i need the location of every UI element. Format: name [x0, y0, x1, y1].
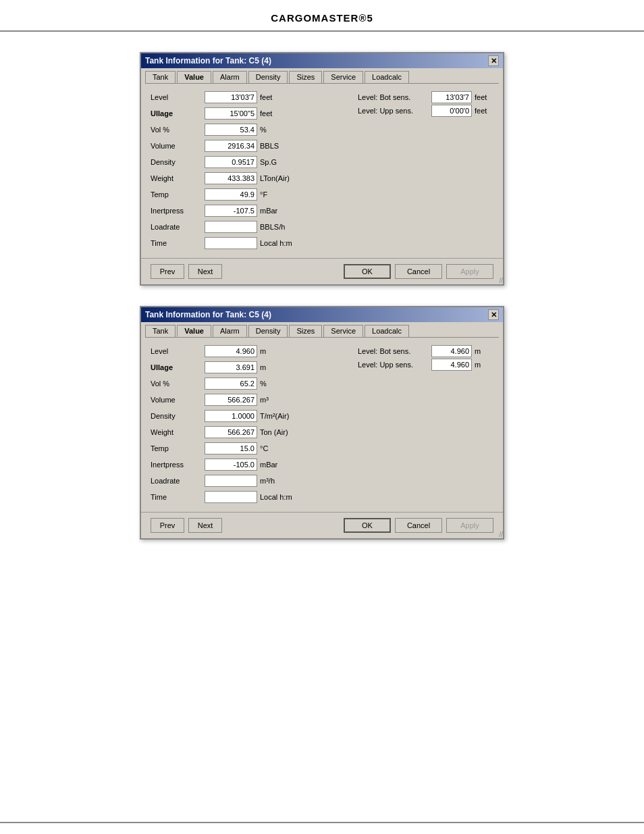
tab2-tank[interactable]: Tank	[145, 325, 176, 337]
d2-loadrate-label: Loadrate	[151, 477, 205, 485]
d1-ullage-input[interactable]	[205, 107, 257, 120]
d2-loadrate-input[interactable]	[205, 475, 257, 487]
dialog1-prev-button[interactable]: Prev	[151, 264, 184, 279]
d1-botlevel-input[interactable]	[431, 91, 472, 103]
d2-weight-label: Weight	[151, 428, 205, 436]
d2-density-label: Density	[151, 412, 205, 420]
d2-inertpress-unit: mBar	[260, 461, 307, 469]
tab1-alarm[interactable]: Alarm	[213, 71, 247, 83]
d2-volume-input[interactable]	[205, 394, 257, 406]
d1-volume-input[interactable]	[205, 140, 257, 152]
dialog1-titlebar: Tank Information for Tank: C5 (4) ✕	[141, 53, 503, 68]
d2-temp-input[interactable]	[205, 442, 257, 454]
dialog2-tabs: Tank Value Alarm Density Sizes Service L…	[141, 322, 503, 337]
tab2-alarm[interactable]: Alarm	[213, 325, 247, 337]
dialog1-title: Tank Information for Tank: C5 (4)	[145, 56, 271, 66]
d2-volpct-input[interactable]	[205, 377, 257, 390]
d2-inertpress-label: Inertpress	[151, 461, 205, 469]
d1-time-unit: Local h:m	[260, 239, 307, 247]
d2-time-label: Time	[151, 493, 205, 501]
dialog1-apply-button[interactable]: Apply	[446, 264, 493, 279]
d1-level-label: Level	[151, 93, 205, 101]
resize-handle-1[interactable]: //	[499, 278, 503, 284]
dialog2-prev-button[interactable]: Prev	[151, 518, 184, 533]
tab1-loadcalc[interactable]: Loadcalc	[365, 71, 409, 83]
d2-level-label: Level	[151, 347, 205, 355]
d2-upplevel-input[interactable]	[431, 359, 472, 371]
d1-time-label: Time	[151, 239, 205, 247]
d2-botlevel-input[interactable]	[431, 345, 472, 357]
d1-temp-unit: °F	[260, 190, 307, 199]
dialog1-content: Level feet Ullage feet Vol %	[141, 84, 503, 258]
dialog2-content: Level m Ullage m Vol %	[141, 338, 503, 512]
d2-weight-unit: Ton (Air)	[260, 428, 307, 436]
d2-density-unit: T/m²(Air)	[260, 412, 307, 420]
d1-weight-unit: LTon(Air)	[260, 174, 307, 182]
d1-inertpress-input[interactable]	[205, 205, 257, 217]
dialog1-close-button[interactable]: ✕	[488, 55, 499, 66]
d2-temp-label: Temp	[151, 444, 205, 452]
d2-ullage-input[interactable]	[205, 361, 257, 373]
tab2-loadcalc[interactable]: Loadcalc	[365, 325, 409, 337]
d1-inertpress-unit: mBar	[260, 207, 307, 215]
d2-temp-unit: °C	[260, 444, 307, 452]
dialog2-title: Tank Information for Tank: C5 (4)	[145, 310, 271, 319]
dialog2: Tank Information for Tank: C5 (4) ✕ Tank…	[140, 306, 504, 540]
d2-volpct-label: Vol %	[151, 380, 205, 388]
dialog2-next-button[interactable]: Next	[188, 518, 222, 533]
tab2-service[interactable]: Service	[323, 325, 363, 337]
d2-weight-input[interactable]	[205, 426, 257, 438]
d1-inertpress-label: Inertpress	[151, 207, 205, 215]
d2-loadrate-unit: m³/h	[260, 477, 307, 485]
dialog2-ok-button[interactable]: OK	[344, 518, 391, 533]
page-title: CARGOMASTER®5	[0, 0, 644, 32]
d2-time-unit: Local h:m	[260, 493, 307, 501]
d1-volpct-unit: %	[260, 126, 307, 134]
d1-level-unit: feet	[260, 93, 307, 101]
tab1-tank[interactable]: Tank	[145, 71, 176, 83]
d1-temp-input[interactable]	[205, 188, 257, 201]
d1-botlevel-unit: feet	[475, 93, 493, 101]
tab1-service[interactable]: Service	[323, 71, 363, 83]
d1-volpct-label: Vol %	[151, 126, 205, 134]
d1-volume-unit: BBLS	[260, 142, 307, 150]
d1-loadrate-unit: BBLS/h	[260, 223, 307, 231]
d2-time-input[interactable]	[205, 491, 257, 503]
d1-volpct-input[interactable]	[205, 124, 257, 136]
d1-volume-label: Volume	[151, 142, 205, 150]
d2-upplevel-label: Level: Upp sens.	[358, 361, 429, 369]
dialog2-close-button[interactable]: ✕	[488, 309, 499, 320]
d1-upplevel-input[interactable]	[431, 105, 472, 117]
dialog2-cancel-button[interactable]: Cancel	[395, 518, 442, 533]
dialog2-titlebar: Tank Information for Tank: C5 (4) ✕	[141, 307, 503, 322]
dialog1-window: Tank Information for Tank: C5 (4) ✕ Tank…	[140, 52, 504, 286]
tab1-value[interactable]: Value	[177, 71, 211, 83]
d2-volume-unit: m³	[260, 396, 307, 404]
tab2-sizes[interactable]: Sizes	[289, 325, 322, 337]
d2-volume-label: Volume	[151, 396, 205, 404]
dialog1: Tank Information for Tank: C5 (4) ✕ Tank…	[140, 52, 504, 286]
d1-level-input[interactable]	[205, 91, 257, 103]
d1-temp-label: Temp	[151, 190, 205, 199]
d2-inertpress-input[interactable]	[205, 459, 257, 471]
d1-upplevel-unit: feet	[475, 107, 493, 115]
dialog1-ok-button[interactable]: OK	[344, 264, 391, 279]
d2-level-input[interactable]	[205, 345, 257, 357]
d1-ullage-label: Ullage	[151, 109, 205, 118]
tab1-density[interactable]: Density	[248, 71, 288, 83]
d1-loadrate-input[interactable]	[205, 221, 257, 233]
tab2-value[interactable]: Value	[177, 325, 211, 337]
d1-weight-input[interactable]	[205, 172, 257, 184]
d2-density-input[interactable]	[205, 410, 257, 422]
dialog2-apply-button[interactable]: Apply	[446, 518, 493, 533]
tab2-density[interactable]: Density	[248, 325, 288, 337]
resize-handle-2[interactable]: //	[499, 531, 503, 538]
dialog1-cancel-button[interactable]: Cancel	[395, 264, 442, 279]
dialog1-tabs: Tank Value Alarm Density Sizes Service L…	[141, 68, 503, 83]
d1-time-input[interactable]	[205, 237, 257, 249]
d1-density-input[interactable]	[205, 156, 257, 168]
d2-volpct-unit: %	[260, 380, 307, 388]
dialog1-next-button[interactable]: Next	[188, 264, 222, 279]
d1-botlevel-label: Level: Bot sens.	[358, 93, 429, 101]
tab1-sizes[interactable]: Sizes	[289, 71, 322, 83]
